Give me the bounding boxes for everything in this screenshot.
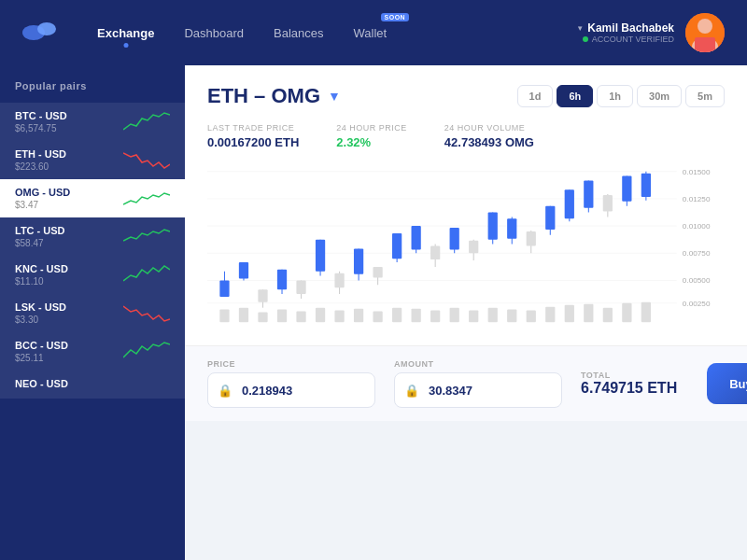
volume-24h-value: 42.738493 OMG [444,135,534,149]
bcc-chart-icon [123,341,170,363]
svg-text:0.00250: 0.00250 [683,300,711,308]
svg-rect-81 [545,307,555,323]
svg-rect-37 [392,233,402,259]
amount-lock-icon: 🔒 [395,384,429,398]
svg-rect-25 [277,270,287,289]
main-content: ETH – OMG ▼ 1d 6h 1h 30m 5m Last trade p… [185,65,747,560]
avatar [685,13,725,52]
logo-icon [22,20,60,46]
ltc-chart-icon [123,226,170,248]
price-input-row: 🔒 ETH ▲ ▼ [207,372,375,408]
order-section: PRICE 🔒 ETH ▲ ▼ AMOUNT 🔒 OMG [185,345,747,421]
tf-5m[interactable]: 5m [685,85,725,107]
svg-rect-39 [412,226,421,249]
svg-rect-51 [527,231,536,246]
tf-6h[interactable]: 6h [557,85,593,107]
svg-rect-82 [565,305,574,322]
status-dot-icon [583,36,588,42]
volume-24h-label: 24 hour volume [444,123,534,133]
svg-text:0.01000: 0.01000 [683,222,711,231]
main-layout: Popular pairs BTC - USD $6,574.75 ETH - … [0,65,747,560]
pair-knc-price: $11.10 [15,276,123,287]
amount-input-row: 🔒 OMG ▲ ▼ [394,372,562,408]
svg-rect-65 [239,308,248,323]
svg-rect-47 [488,213,498,240]
pair-lsk-price: $3.30 [15,315,123,325]
pair-knc-usd[interactable]: KNC - USD $11.10 [0,256,185,294]
header: Exchange Dashboard Balances Wallet SOON … [0,0,747,65]
svg-rect-49 [507,218,516,238]
pair-ltc-usd[interactable]: LTC - USD $58.47 [0,217,185,256]
svg-rect-61 [622,176,631,202]
svg-rect-19 [219,280,229,297]
last-trade-value: 0.00167200 ETH [207,135,299,149]
omg-chart-icon [123,188,170,210]
pair-bcc-price: $25.11 [15,353,123,363]
svg-rect-64 [219,310,229,323]
pair-knc-name: KNC - USD [15,263,123,274]
chart-svg: 0.01500 0.01250 0.01000 0.00750 0.00500 … [207,162,725,330]
pair-eth-price: $223.60 [15,161,123,172]
svg-text:0.00500: 0.00500 [683,277,711,286]
amount-label: AMOUNT [394,359,562,369]
price-input[interactable] [242,384,375,398]
main-nav: Exchange Dashboard Balances Wallet SOON [97,22,576,44]
user-name[interactable]: Kamil Bachabek [576,21,674,35]
pair-neo-usd[interactable]: NEO - USD [0,371,185,399]
pair-bcc-usd[interactable]: BCC - USD $25.11 [0,332,185,371]
svg-rect-29 [316,240,325,272]
svg-rect-35 [373,267,382,278]
lock-icon: 🔒 [208,384,242,398]
svg-rect-83 [584,304,593,322]
svg-rect-73 [392,308,402,323]
total-group: TOTAL 6.749715 ETH [581,371,677,397]
svg-rect-21 [239,262,248,279]
lsk-chart-icon [123,302,170,325]
tf-1h[interactable]: 1h [597,85,633,107]
svg-rect-27 [296,280,305,294]
user-section: Kamil Bachabek ACCOUNT VERIFIED [576,13,725,52]
chart-section: ETH – OMG ▼ 1d 6h 1h 30m 5m Last trade p… [185,65,747,345]
svg-text:0.01250: 0.01250 [683,195,711,203]
price-label: PRICE [207,359,375,369]
pair-eth-info: ETH - USD $223.60 [15,148,123,172]
pair-omg-usd[interactable]: OMG - USD $3.47 [0,179,185,217]
tf-1d[interactable]: 1d [517,85,554,107]
price-24h-label: 24 hour price [336,123,407,133]
last-trade-label: Last trade price [207,123,299,133]
svg-rect-84 [603,308,613,323]
pair-title-arrow-icon: ▼ [328,89,341,104]
nav-balances[interactable]: Balances [274,22,323,44]
svg-rect-86 [641,302,651,322]
pair-knc-info: KNC - USD $11.10 [15,263,123,287]
amount-input[interactable] [429,384,562,398]
svg-rect-71 [354,309,363,323]
svg-rect-70 [334,311,344,323]
pair-btc-usd[interactable]: BTC - USD $6,574.75 [0,103,185,141]
price-24h-stat: 24 hour price 2.32% [336,123,407,149]
amount-group: AMOUNT 🔒 OMG ▲ ▼ [394,359,562,408]
user-info: Kamil Bachabek ACCOUNT VERIFIED [576,21,674,44]
pair-eth-usd[interactable]: ETH - USD $223.60 [0,141,185,179]
svg-rect-53 [545,206,555,230]
pair-eth-name: ETH - USD [15,148,123,160]
svg-rect-80 [527,311,536,323]
sidebar-title: Popular pairs [0,80,185,103]
svg-point-1 [37,22,56,35]
nav-exchange[interactable]: Exchange [97,22,154,44]
chart-header: ETH – OMG ▼ 1d 6h 1h 30m 5m [207,84,725,108]
pair-lsk-usd[interactable]: LSK - USD $3.30 [0,294,185,332]
total-value: 6.749715 ETH [581,380,677,397]
svg-rect-45 [469,241,478,254]
svg-rect-31 [334,273,344,288]
knc-chart-icon [123,264,170,287]
nav-dashboard[interactable]: Dashboard [184,22,244,44]
pair-lsk-info: LSK - USD $3.30 [15,301,123,325]
buy-button[interactable]: Buy 30.8347 OMG → [707,363,747,404]
tf-30m[interactable]: 30m [637,85,682,107]
svg-rect-5 [695,37,715,52]
pair-bcc-info: BCC - USD $25.11 [15,340,123,363]
nav-wallet[interactable]: Wallet SOON [354,22,388,44]
price-group: PRICE 🔒 ETH ▲ ▼ [207,359,375,408]
soon-badge: SOON [381,13,410,21]
